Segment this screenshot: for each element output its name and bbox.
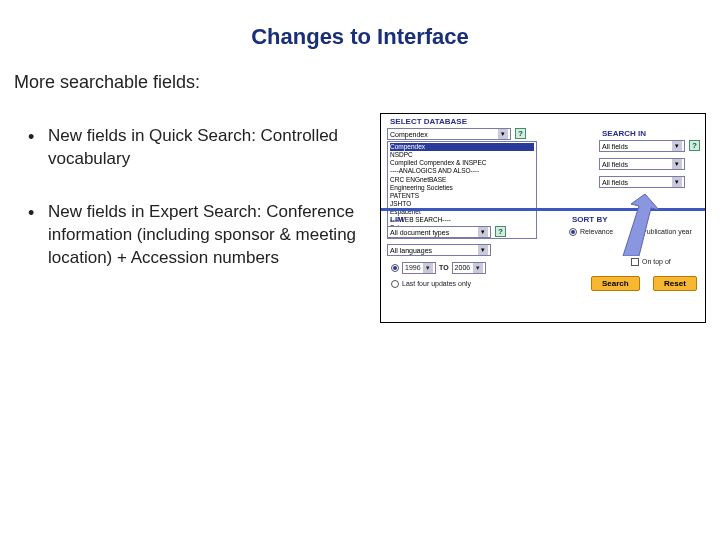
year-to-label: TO bbox=[439, 264, 449, 271]
separator-band bbox=[381, 208, 705, 211]
chevron-down-icon: ▾ bbox=[478, 245, 488, 255]
sort-by-label: SORT BY bbox=[569, 214, 611, 225]
language-value: All languages bbox=[390, 247, 432, 254]
chevron-down-icon: ▾ bbox=[423, 263, 433, 273]
searchin-dropdown-3[interactable]: All fields ▾ bbox=[599, 176, 685, 188]
sort-pubyear-radio[interactable] bbox=[631, 228, 639, 236]
database-option[interactable]: NSDPC bbox=[390, 151, 534, 159]
limit-label: LIM bbox=[387, 214, 407, 225]
ontop-checkbox[interactable] bbox=[631, 258, 639, 266]
callout-arrow-icon bbox=[615, 194, 659, 256]
chevron-down-icon: ▾ bbox=[672, 177, 682, 187]
database-option[interactable]: ----WEB SEARCH---- bbox=[390, 216, 534, 224]
searchin-value: All fields bbox=[602, 179, 628, 186]
database-option[interactable]: JSHTO bbox=[390, 200, 534, 208]
help-icon[interactable]: ? bbox=[515, 128, 526, 139]
database-option-selected[interactable]: Compendex bbox=[390, 143, 534, 151]
help-icon[interactable]: ? bbox=[689, 140, 700, 151]
year-from-dropdown[interactable]: 1996 ▾ bbox=[402, 262, 436, 274]
bullet-list: New fields in Quick Search: Controlled v… bbox=[0, 109, 380, 300]
chevron-down-icon: ▾ bbox=[498, 129, 508, 139]
content-area: New fields in Quick Search: Controlled v… bbox=[0, 109, 720, 323]
database-option[interactable]: PATENTS bbox=[390, 192, 534, 200]
slide-title: Changes to Interface bbox=[0, 0, 720, 64]
embedded-screenshot: SELECT DATABASE Compendex ▾ ? Compendex … bbox=[380, 113, 706, 323]
language-dropdown[interactable]: All languages ▾ bbox=[387, 244, 491, 256]
database-option[interactable]: ----ANALOGICS AND ALSO---- bbox=[390, 167, 534, 175]
searchin-dropdown-2[interactable]: All fields ▾ bbox=[599, 158, 685, 170]
help-icon[interactable]: ? bbox=[495, 226, 506, 237]
chevron-down-icon: ▾ bbox=[672, 159, 682, 169]
database-option[interactable]: Compiled Compendex & INSPEC bbox=[390, 159, 534, 167]
database-dropdown[interactable]: Compendex ▾ bbox=[387, 128, 511, 140]
search-button[interactable]: Search bbox=[591, 276, 640, 291]
bullet-item: New fields in Expert Search: Conference … bbox=[26, 201, 370, 270]
reset-button[interactable]: Reset bbox=[653, 276, 697, 291]
database-option[interactable]: Engineering Societies bbox=[390, 184, 534, 192]
database-listbox[interactable]: Compendex NSDPC Compiled Compendex & INS… bbox=[387, 141, 537, 239]
year-to-value: 2006 bbox=[455, 264, 471, 271]
last-updates-radio[interactable] bbox=[391, 280, 399, 288]
database-dropdown-value: Compendex bbox=[390, 131, 428, 138]
doctype-dropdown[interactable]: All document types ▾ bbox=[387, 226, 491, 238]
searchin-value: All fields bbox=[602, 143, 628, 150]
year-range-radio[interactable] bbox=[391, 264, 399, 272]
sort-option-label: Relevance bbox=[580, 228, 613, 235]
year-to-dropdown[interactable]: 2006 ▾ bbox=[452, 262, 486, 274]
last-updates-label: Last four updates only bbox=[402, 280, 471, 287]
search-in-label: SEARCH IN bbox=[599, 128, 649, 139]
year-from-value: 1996 bbox=[405, 264, 421, 271]
searchin-value: All fields bbox=[602, 161, 628, 168]
searchin-dropdown-1[interactable]: All fields ▾ bbox=[599, 140, 685, 152]
sort-option-label: On top of bbox=[642, 258, 671, 265]
chevron-down-icon: ▾ bbox=[672, 141, 682, 151]
sort-option-label: Publication year bbox=[642, 228, 692, 235]
slide-subtitle: More searchable fields: bbox=[0, 64, 720, 109]
sort-relevance-radio[interactable] bbox=[569, 228, 577, 236]
svg-marker-0 bbox=[623, 194, 659, 256]
database-option[interactable]: CRC ENGnetBASE bbox=[390, 176, 534, 184]
select-database-label: SELECT DATABASE bbox=[387, 116, 470, 127]
chevron-down-icon: ▾ bbox=[473, 263, 483, 273]
chevron-down-icon: ▾ bbox=[478, 227, 488, 237]
bullet-item: New fields in Quick Search: Controlled v… bbox=[26, 125, 370, 171]
doctype-value: All document types bbox=[390, 229, 449, 236]
